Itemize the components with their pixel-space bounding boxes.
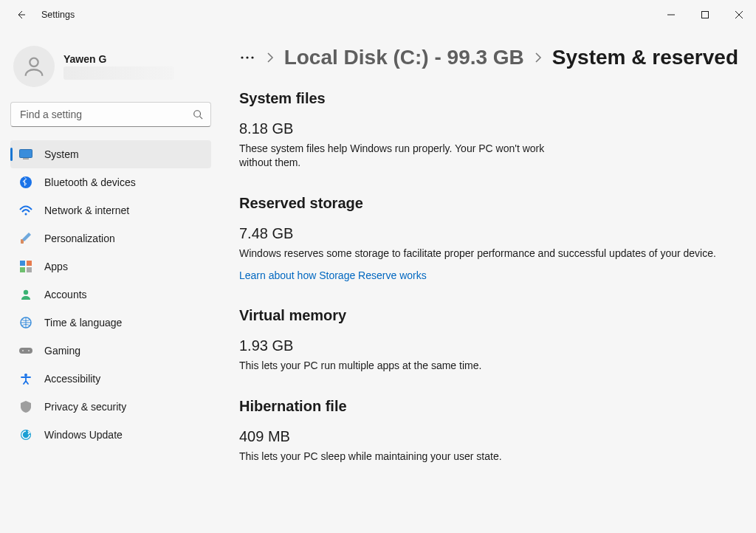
sidebar-item-label: Bluetooth & devices — [44, 176, 136, 188]
maximize-button[interactable] — [688, 0, 722, 30]
svg-point-17 — [24, 374, 27, 376]
window-title: Settings — [41, 10, 75, 20]
sidebar-item-accounts[interactable]: Accounts — [10, 281, 211, 309]
sidebar-item-label: System — [44, 148, 79, 160]
sidebar-item-label: Windows Update — [44, 429, 123, 441]
profile-block[interactable]: Yawen G — [10, 38, 221, 97]
sidebar-item-time-language[interactable]: Time & language — [10, 309, 211, 337]
svg-point-19 — [241, 56, 244, 58]
close-button[interactable] — [722, 0, 756, 30]
titlebar: Settings — [0, 0, 756, 30]
accounts-icon — [19, 288, 32, 301]
minimize-button[interactable] — [654, 0, 688, 30]
time-language-icon — [19, 316, 32, 329]
avatar — [13, 46, 55, 87]
main-content: Local Disk (C:) - 99.3 GB System & reser… — [221, 30, 756, 533]
section-value: 1.93 GB — [239, 337, 738, 354]
sidebar-item-windows-update[interactable]: Windows Update — [10, 421, 211, 449]
search-input[interactable] — [10, 102, 211, 127]
personalization-icon — [19, 232, 32, 245]
breadcrumb-current: System & reserved — [552, 46, 738, 69]
svg-point-2 — [194, 111, 201, 117]
section-value: 409 MB — [239, 428, 738, 445]
gaming-icon — [19, 344, 32, 357]
sidebar-item-accessibility[interactable]: Accessibility — [10, 365, 211, 393]
sidebar-item-label: Accessibility — [44, 373, 100, 385]
system-icon — [19, 148, 32, 161]
section-heading: Virtual memory — [239, 307, 738, 324]
sidebar-item-privacy[interactable]: Privacy & security — [10, 393, 211, 421]
breadcrumb-more-button[interactable] — [239, 49, 256, 66]
sidebar-item-label: Personalization — [44, 233, 115, 244]
windows-update-icon — [19, 428, 32, 441]
svg-rect-9 — [27, 261, 32, 266]
sidebar-item-network[interactable]: Network & internet — [10, 196, 211, 224]
bluetooth-icon — [19, 176, 32, 189]
section-system-files: System files 8.18 GB These system files … — [239, 90, 738, 170]
sidebar-item-system[interactable]: System — [10, 140, 211, 168]
sidebar-item-label: Time & language — [44, 317, 122, 329]
svg-point-20 — [247, 56, 249, 58]
window-controls — [654, 0, 756, 30]
svg-rect-3 — [20, 150, 32, 158]
back-button[interactable] — [13, 7, 28, 22]
search-box[interactable] — [10, 102, 211, 127]
reserved-storage-learn-more-link[interactable]: Learn about how Storage Reserve works — [239, 269, 427, 281]
sidebar-item-bluetooth[interactable]: Bluetooth & devices — [10, 168, 211, 196]
sidebar: Yawen G System Bluetooth & devices — [0, 30, 221, 533]
svg-point-12 — [24, 290, 28, 295]
sidebar-item-label: Privacy & security — [44, 401, 126, 413]
section-value: 8.18 GB — [239, 120, 738, 137]
svg-rect-8 — [20, 261, 25, 266]
privacy-icon — [19, 400, 32, 413]
svg-point-6 — [25, 213, 27, 216]
section-heading: Reserved storage — [239, 195, 738, 212]
section-desc: Windows reserves some storage to facilit… — [239, 247, 726, 261]
svg-rect-10 — [20, 267, 25, 272]
section-hibernation-file: Hibernation file 409 MB This lets your P… — [239, 398, 738, 464]
sidebar-item-apps[interactable]: Apps — [10, 252, 211, 281]
breadcrumb-parent[interactable]: Local Disk (C:) - 99.3 GB — [284, 46, 524, 69]
section-heading: System files — [239, 90, 738, 107]
sidebar-item-label: Network & internet — [44, 204, 129, 216]
svg-rect-4 — [23, 159, 29, 159]
section-virtual-memory: Virtual memory 1.93 GB This lets your PC… — [239, 307, 738, 373]
svg-rect-14 — [19, 348, 32, 354]
svg-point-16 — [28, 350, 30, 351]
svg-rect-11 — [27, 267, 32, 272]
section-heading: Hibernation file — [239, 398, 738, 415]
user-name: Yawen G — [63, 53, 174, 65]
section-reserved-storage: Reserved storage 7.48 GB Windows reserve… — [239, 195, 738, 282]
svg-point-15 — [22, 350, 24, 351]
search-icon — [192, 109, 204, 120]
svg-rect-0 — [702, 12, 709, 18]
section-value: 7.48 GB — [239, 225, 738, 242]
sidebar-item-label: Apps — [44, 261, 68, 272]
sidebar-item-gaming[interactable]: Gaming — [10, 337, 211, 365]
apps-icon — [19, 260, 32, 273]
section-desc: This lets your PC run multiple apps at t… — [239, 359, 726, 373]
user-subtext-placeholder — [63, 66, 174, 80]
sidebar-item-personalization[interactable]: Personalization — [10, 224, 211, 252]
chevron-right-icon — [267, 52, 274, 63]
section-desc: This lets your PC sleep while maintainin… — [239, 450, 726, 464]
nav: System Bluetooth & devices Network & int… — [10, 140, 221, 449]
section-desc: These system files help Windows run prop… — [239, 142, 549, 170]
breadcrumb: Local Disk (C:) - 99.3 GB System & reser… — [239, 46, 738, 69]
svg-point-21 — [252, 56, 254, 58]
network-icon — [19, 204, 32, 217]
accessibility-icon — [19, 372, 32, 385]
sidebar-item-label: Accounts — [44, 289, 87, 300]
chevron-right-icon — [535, 52, 542, 63]
svg-point-1 — [30, 58, 38, 66]
sidebar-item-label: Gaming — [44, 345, 80, 357]
